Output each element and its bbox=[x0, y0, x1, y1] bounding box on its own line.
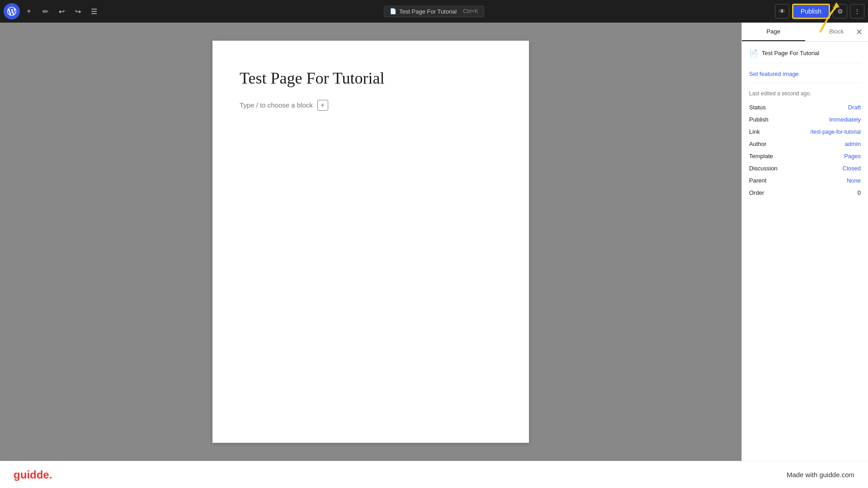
editor-area[interactable]: Test Page For Tutorial Type / to choose … bbox=[0, 23, 741, 461]
sidebar-tabs: Page Block ✕ bbox=[742, 23, 868, 42]
meta-row-author: Author admin bbox=[749, 141, 861, 147]
topbar-center: 📄 Test Page For Tutorial Ctrl+K bbox=[384, 6, 484, 17]
edit-toolbar-button[interactable]: ✏ bbox=[38, 4, 52, 19]
meta-row-order: Order 0 bbox=[749, 189, 861, 196]
page-sidebar-icon: 📄 bbox=[749, 49, 758, 57]
block-placeholder[interactable]: Type / to choose a block + bbox=[240, 100, 502, 111]
publish-label: Publish bbox=[749, 116, 769, 123]
wordpress-logo[interactable] bbox=[4, 3, 20, 19]
add-block-inline-button[interactable]: + bbox=[317, 100, 328, 111]
meta-row-publish: Publish Immediately bbox=[749, 116, 861, 123]
placeholder-text: Type / to choose a block bbox=[240, 101, 313, 109]
page-title[interactable]: Test Page For Tutorial bbox=[240, 68, 502, 89]
link-value[interactable]: /test-page-for-tutorial bbox=[811, 129, 861, 135]
undo-button[interactable]: ↩ bbox=[54, 4, 69, 19]
link-label: Link bbox=[749, 128, 760, 135]
footer-logo: guidde. bbox=[14, 469, 52, 481]
parent-label: Parent bbox=[749, 177, 766, 184]
list-view-button[interactable]: ☰ bbox=[87, 4, 101, 19]
publish-value[interactable]: Immediately bbox=[829, 116, 861, 123]
page-info-button[interactable]: 📄 Test Page For Tutorial Ctrl+K bbox=[384, 6, 484, 17]
topbar-left: + ✏ ↩ ↪ ☰ bbox=[4, 3, 101, 19]
view-button[interactable]: 👁 bbox=[775, 4, 789, 19]
publish-button[interactable]: Publish bbox=[792, 4, 830, 19]
meta-row-status: Status Draft bbox=[749, 104, 861, 111]
footer-made-with: Made with guidde.com bbox=[787, 471, 854, 479]
sidebar: Page Block ✕ 📄 Test Page For Tutorial Se… bbox=[741, 23, 868, 461]
shortcut-key: Ctrl+K bbox=[463, 8, 478, 14]
sidebar-content: 📄 Test Page For Tutorial Set featured im… bbox=[742, 42, 868, 461]
redo-button[interactable]: ↪ bbox=[71, 4, 85, 19]
page-name-text: Test Page For Tutorial bbox=[762, 50, 819, 56]
template-value[interactable]: Pages bbox=[844, 153, 861, 160]
meta-row-parent: Parent None bbox=[749, 177, 861, 184]
topbar: + ✏ ↩ ↪ ☰ 📄 Test Page For Tutorial Ctrl+… bbox=[0, 0, 868, 23]
page-info-title: Test Page For Tutorial bbox=[399, 8, 457, 15]
author-label: Author bbox=[749, 141, 766, 147]
add-block-toolbar-button[interactable]: + bbox=[22, 4, 36, 19]
template-label: Template bbox=[749, 153, 773, 160]
meta-row-discussion: Discussion Closed bbox=[749, 165, 861, 172]
set-featured-image-link[interactable]: Set featured image bbox=[749, 70, 861, 83]
page-info-icon: 📄 bbox=[390, 8, 396, 14]
editor-content: Test Page For Tutorial Type / to choose … bbox=[212, 41, 529, 443]
status-value[interactable]: Draft bbox=[848, 104, 861, 111]
main-wrapper: Test Page For Tutorial Type / to choose … bbox=[0, 23, 868, 461]
settings-button[interactable]: ⚙ bbox=[833, 4, 847, 19]
status-label: Status bbox=[749, 104, 766, 111]
meta-row-template: Template Pages bbox=[749, 153, 861, 160]
tab-page[interactable]: Page bbox=[742, 23, 805, 41]
last-edited-text: Last edited a second ago. bbox=[749, 90, 861, 97]
order-label: Order bbox=[749, 189, 764, 196]
footer: guidde. Made with guidde.com bbox=[0, 461, 868, 488]
author-value[interactable]: admin bbox=[845, 141, 861, 147]
parent-value[interactable]: None bbox=[847, 177, 861, 184]
topbar-right: 👁 Publish ⚙ ⋮ bbox=[775, 4, 864, 19]
order-value: 0 bbox=[858, 189, 861, 196]
page-name-row: 📄 Test Page For Tutorial bbox=[749, 49, 861, 63]
meta-row-link: Link /test-page-for-tutorial bbox=[749, 128, 861, 135]
more-options-button[interactable]: ⋮ bbox=[850, 4, 864, 19]
discussion-value[interactable]: Closed bbox=[843, 165, 861, 172]
sidebar-close-button[interactable]: ✕ bbox=[854, 27, 864, 38]
discussion-label: Discussion bbox=[749, 165, 778, 172]
